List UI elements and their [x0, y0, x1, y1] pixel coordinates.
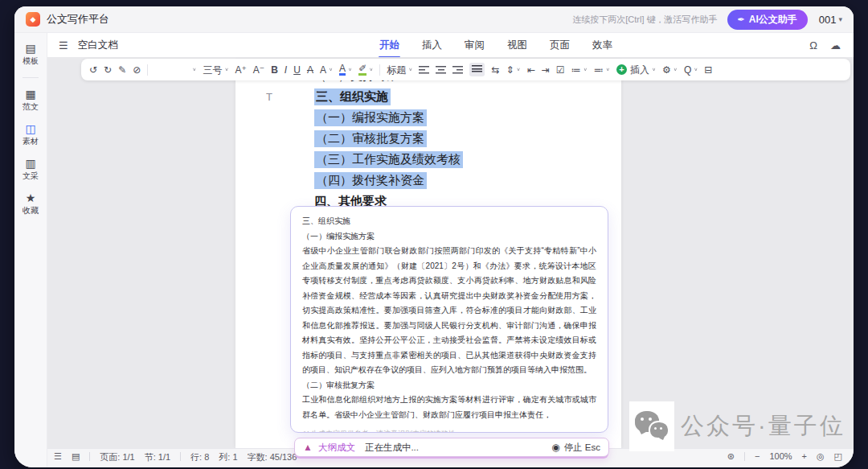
- tab-review[interactable]: 审阅: [464, 37, 485, 54]
- font-size-select[interactable]: 三号: [203, 65, 228, 75]
- clear-format-icon[interactable]: ⊘: [133, 65, 141, 75]
- distribute-icon[interactable]: ⇆: [491, 65, 499, 75]
- sidebar-divider: [23, 77, 39, 78]
- app-topbar: ◆ 公文写作平台 连续按下两次[Ctrl] 键，激活写作助手 ✒ AI公文助手 …: [14, 6, 854, 33]
- cloud-sync-icon[interactable]: ☁: [830, 39, 841, 51]
- bullet-list-icon[interactable]: ≔: [571, 65, 588, 75]
- locate-icon[interactable]: ◎: [817, 451, 825, 462]
- ai-assistant-button[interactable]: ✒ AI公文助手: [727, 10, 808, 30]
- format-painter-icon[interactable]: ✎: [118, 65, 126, 75]
- plus-icon: +: [616, 64, 627, 75]
- formatting-toolbar: ↺ ↻ ✎ ⊘ 三号 A⁺ A⁻ B I U A A A ✐: [81, 59, 850, 80]
- popup-heading: 三、组织实施: [302, 214, 596, 229]
- ai-generation-popup: 三、组织实施 （一）编报实施方案 省级中小企业主管部门联合财政部门按照两部门印发…: [290, 206, 608, 433]
- shrink-font-icon[interactable]: A⁻: [253, 65, 264, 75]
- indent-increase-icon[interactable]: ⇥: [542, 65, 550, 75]
- tab-home[interactable]: 开始: [379, 37, 400, 54]
- sidebar-item-sample-docs[interactable]: ▦ 范文: [23, 88, 39, 113]
- tab-view[interactable]: 视图: [506, 37, 528, 54]
- underline-icon[interactable]: U: [293, 65, 301, 75]
- popup-subheading: （二）审核批复方案: [302, 378, 596, 393]
- strikethrough-icon[interactable]: A: [307, 65, 313, 75]
- task-list-icon[interactable]: ☑: [556, 65, 565, 75]
- grow-font-icon[interactable]: A⁺: [235, 65, 247, 75]
- insert-button[interactable]: + 插入: [616, 64, 656, 75]
- line-number: 行: 8: [190, 451, 209, 463]
- wechat-icon: [629, 401, 674, 451]
- align-justify-icon[interactable]: [469, 63, 485, 76]
- account-menu[interactable]: 001: [819, 14, 842, 26]
- ai-assistant-label: AI公文助手: [749, 13, 797, 27]
- sidebar-item-materials[interactable]: ◫ 素材: [23, 123, 39, 147]
- selected-text: （一）编报实施方案: [314, 109, 427, 126]
- page-count: 页面: 1/1: [100, 451, 134, 463]
- watermark: 公众号·量子位: [629, 401, 845, 451]
- hamburger-menu-icon[interactable]: ☰: [59, 39, 68, 51]
- tools-icon[interactable]: ⚙: [662, 65, 678, 75]
- app-window: ◆ 公文写作平台 连续按下两次[Ctrl] 键，激活写作助手 ✒ AI公文助手 …: [14, 6, 854, 467]
- zoom-out-button[interactable]: −: [755, 451, 760, 461]
- doc-line: （一）编报实施方案: [314, 107, 621, 128]
- toolbar-divider: [379, 64, 380, 76]
- align-left-icon[interactable]: [419, 65, 429, 74]
- sidebar-label: 文采: [23, 171, 39, 182]
- italic-icon[interactable]: I: [285, 65, 287, 75]
- tab-page[interactable]: 页面: [549, 37, 571, 54]
- app-title: 公文写作平台: [47, 12, 109, 27]
- toolbar-divider: [147, 64, 148, 76]
- shortcut-hint: 连续按下两次[Ctrl] 键，激活写作助手: [572, 14, 717, 26]
- print-icon[interactable]: ⊟: [704, 65, 712, 75]
- font-color-glyph: A: [339, 64, 346, 76]
- fullscreen-icon[interactable]: ◰: [834, 451, 842, 462]
- stop-generation-button[interactable]: ◉ 停止 Esc: [551, 442, 600, 454]
- language-icon[interactable]: ⊛: [727, 451, 735, 462]
- doc-line: （四）拨付奖补资金: [314, 170, 621, 191]
- editor-canvas: T （二）支持对象 三、组织实施 （一）编报实施方案 （二）审核批复方案 （三）…: [47, 57, 854, 448]
- main-area: ☰ 空白文档 开始 插入 审阅 视图 页面 效率 Ω ☁: [47, 33, 854, 467]
- account-label: 001: [819, 14, 837, 26]
- favorites-icon: ★: [26, 192, 36, 204]
- sidebar-label: 范文: [23, 101, 39, 113]
- statusbar-menu-icon[interactable]: ☰: [54, 451, 62, 462]
- word-count: 字数: 45/136: [248, 451, 297, 463]
- search-icon[interactable]: Q: [684, 65, 698, 75]
- sidebar-label: 模板: [23, 56, 39, 67]
- doc-line: （二）审核批复方案: [314, 128, 621, 149]
- text-effects-icon[interactable]: A: [320, 65, 333, 75]
- zoom-in-button[interactable]: +: [802, 451, 807, 461]
- tab-efficiency[interactable]: 效率: [592, 37, 613, 54]
- ribbon-tabs: 开始 插入 审阅 视图 页面 效率: [379, 33, 613, 57]
- selected-text: 三、组织实施: [314, 88, 391, 105]
- statusbar-divider: [89, 452, 90, 461]
- doc-line: 三、组织实施: [314, 86, 621, 107]
- generation-status-text: 正在生成中...: [365, 442, 419, 454]
- paragraph-style-select[interactable]: 标题: [387, 65, 412, 75]
- document-title[interactable]: 空白文档: [78, 39, 118, 52]
- app-logo-glyph: ◆: [31, 15, 36, 23]
- numbered-list-icon[interactable]: ≕: [594, 65, 610, 75]
- outline-view-icon[interactable]: ▤: [72, 451, 80, 462]
- align-center-icon[interactable]: [436, 65, 446, 74]
- indent-decrease-icon[interactable]: ⇤: [527, 65, 535, 75]
- font-family-select[interactable]: [154, 64, 196, 76]
- app-logo-icon: ◆: [26, 12, 40, 27]
- desktop: ◆ 公文写作平台 连续按下两次[Ctrl] 键，激活写作助手 ✒ AI公文助手 …: [0, 0, 868, 469]
- bold-icon[interactable]: B: [271, 65, 278, 75]
- sidebar-label: 素材: [23, 136, 39, 147]
- redo-icon[interactable]: ↻: [104, 65, 112, 75]
- undo-icon[interactable]: ↺: [89, 65, 97, 75]
- statusbar-divider: [180, 452, 181, 461]
- support-icon[interactable]: Ω: [809, 39, 817, 51]
- popup-subheading: （一）编报实施方案: [302, 229, 596, 245]
- section-count: 节: 1/1: [145, 451, 170, 463]
- popup-paragraph: 工业和信息化部组织对地方上报的实施方案等材料进行评审，确定有关城市或城市群名单。…: [302, 393, 596, 422]
- text-highlight-icon[interactable]: ✐: [358, 64, 373, 76]
- line-spacing-icon[interactable]: ⇕: [506, 65, 521, 75]
- stop-label: 停止 Esc: [564, 442, 600, 454]
- sidebar-item-templates[interactable]: ▤ 模板: [23, 43, 39, 67]
- sidebar-item-style[interactable]: ▥ 文采: [23, 158, 39, 182]
- sidebar-item-favorites[interactable]: ★ 收藏: [23, 192, 39, 216]
- tab-insert[interactable]: 插入: [421, 37, 443, 54]
- align-right-icon[interactable]: [452, 65, 463, 74]
- font-color-icon[interactable]: A: [339, 64, 352, 76]
